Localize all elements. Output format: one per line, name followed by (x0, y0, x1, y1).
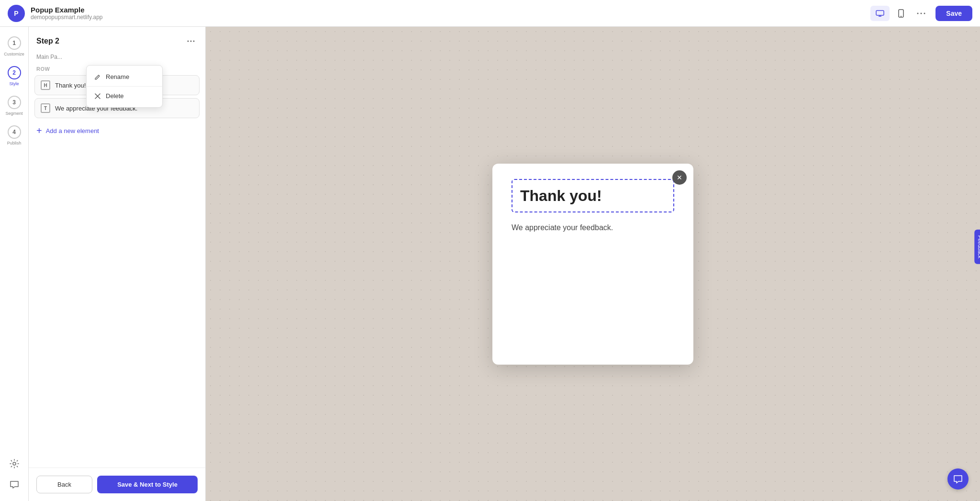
popup-close-button[interactable]: ✕ (672, 170, 687, 185)
preview-area: ✕ Thank you! We appreciate your feedback… (206, 27, 980, 501)
app-name: Popup Example (31, 6, 103, 14)
panel: Step 2 Rename Delete Main Pa... ROW (29, 27, 206, 501)
popup-modal: ✕ Thank you! We appreciate your feedback… (492, 164, 693, 365)
app-title-block: Popup Example demopopupsmart.netlify.app (31, 6, 103, 21)
panel-footer: Back Save & Next to Style (29, 468, 205, 501)
text-type-icon: T (41, 103, 50, 113)
step-1-circle: 1 (8, 36, 21, 50)
svg-point-6 (921, 12, 922, 14)
step-4-circle: 4 (8, 125, 21, 139)
context-menu: Rename Delete (86, 65, 163, 108)
sidebar-bottom (4, 453, 25, 495)
panel-header-right (184, 34, 198, 48)
step-1-item[interactable]: 1 Customize (4, 33, 25, 60)
save-next-button[interactable]: Save & Next to Style (97, 476, 198, 493)
svg-point-7 (924, 12, 925, 14)
app-url: demopopupsmart.netlify.app (31, 14, 103, 21)
settings-button[interactable] (4, 453, 25, 474)
svg-rect-0 (876, 11, 884, 15)
feedback-tab[interactable]: Feedback (974, 229, 980, 264)
chat-button[interactable] (4, 474, 25, 495)
heading-element-text: Thank you! (55, 82, 86, 89)
panel-step-title: Step 2 (36, 37, 59, 45)
left-sidebar: 1 Customize 2 Style 3 Segment 4 Publish (0, 27, 29, 501)
heading-type-icon: H (41, 80, 50, 90)
desktop-view-button[interactable] (870, 6, 890, 21)
svg-point-5 (917, 12, 919, 14)
rename-menu-item[interactable]: Rename (87, 68, 162, 85)
step-3-label: Segment (5, 111, 22, 116)
popup-subtext: We appreciate your feedback. (512, 222, 674, 234)
breadcrumb: Main Pa... (29, 52, 205, 64)
svg-point-11 (193, 41, 195, 42)
svg-point-8 (13, 462, 16, 465)
panel-dots-button[interactable] (184, 34, 198, 48)
step-2-item[interactable]: 2 Style (4, 62, 25, 90)
svg-point-10 (190, 41, 192, 42)
delete-menu-item[interactable]: Delete (87, 88, 162, 104)
step-2-circle: 2 (8, 66, 21, 79)
step-3-item[interactable]: 3 Segment (4, 92, 25, 120)
app-logo: P (8, 5, 25, 22)
svg-point-9 (188, 41, 189, 42)
svg-point-4 (901, 16, 902, 17)
step-4-item[interactable]: 4 Publish (4, 122, 25, 149)
save-button[interactable]: Save (935, 6, 972, 21)
mobile-view-button[interactable] (891, 6, 911, 21)
popup-heading-box: Thank you! (512, 179, 674, 212)
chat-fab[interactable] (947, 468, 969, 490)
step-4-label: Publish (7, 141, 22, 145)
main-layout: 1 Customize 2 Style 3 Segment 4 Publish (0, 27, 980, 501)
view-buttons (870, 6, 930, 21)
back-button[interactable]: Back (36, 476, 92, 493)
add-element-row[interactable]: + Add a new element (29, 120, 205, 142)
topbar: P Popup Example demopopupsmart.netlify.a… (0, 0, 980, 27)
more-options-button[interactable] (913, 6, 930, 21)
step-3-circle: 3 (8, 96, 21, 109)
panel-header: Step 2 (29, 27, 205, 52)
popup-heading: Thank you! (520, 187, 666, 205)
step-2-label: Style (9, 81, 19, 86)
step-1-label: Customize (4, 52, 24, 56)
